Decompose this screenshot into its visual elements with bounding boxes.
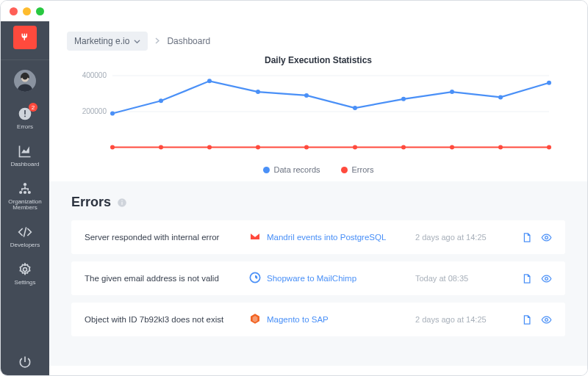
svg-point-15 [159,98,163,103]
error-source-label: Mandril events into PostgreSQL [267,233,386,242]
svg-point-20 [401,97,406,101]
project-selector[interactable]: Marketing e.io [67,32,148,51]
project-name: Marketing e.io [74,36,129,46]
breadcrumb-separator [155,36,159,46]
error-message: The given email address is not valid [85,274,239,283]
chevron-right-icon [155,37,159,44]
sidebar-item-power[interactable] [1,347,49,375]
document-icon[interactable] [521,273,532,284]
error-row[interactable]: The given email address is not valid Sho… [71,261,565,295]
app-window: 2 Errors Dashboard Organization Members [0,0,588,376]
sidebar-item-label: Errors [17,124,33,131]
svg-rect-4 [24,116,26,118]
svg-point-18 [304,93,309,98]
breadcrumb-bar: Marketing e.io Dashboard [49,21,587,55]
svg-text:200000: 200000 [82,107,107,115]
error-source[interactable]: Shopware to MailChimp [249,272,405,285]
svg-point-27 [256,145,260,150]
sidebar: 2 Errors Dashboard Organization Members [1,21,49,375]
error-source[interactable]: Magento to SAP [249,313,405,326]
svg-point-29 [353,145,357,150]
svg-point-6 [19,191,22,194]
errors-section: Errors Server responded with internal er… [49,181,587,366]
svg-point-26 [207,145,212,150]
brand-logo[interactable] [13,26,37,49]
document-icon[interactable] [521,232,532,243]
error-source[interactable]: Mandril events into PostgreSQL [249,231,405,244]
sidebar-item-label: Developers [10,242,40,249]
sidebar-item-dashboard[interactable]: Dashboard [1,137,49,174]
svg-point-8 [28,191,31,194]
svg-point-22 [498,95,503,99]
svg-point-14 [110,111,115,115]
svg-point-31 [450,145,454,150]
svg-rect-3 [24,110,26,115]
errors-heading: Errors [71,195,111,210]
legend-item-data-records: Data records [263,165,320,174]
sidebar-item-errors[interactable]: 2 Errors [1,99,49,137]
app-body: 2 Errors Dashboard Organization Members [1,21,587,375]
error-timestamp: 2 days ago at 14:25 [415,315,511,324]
document-icon[interactable] [521,314,532,325]
svg-point-16 [207,79,212,83]
sidebar-item-label: Settings [15,280,36,286]
breadcrumb-current: Dashboard [167,36,210,46]
legend-item-errors: Errors [341,165,374,174]
svg-point-25 [159,145,163,150]
error-actions [521,314,552,325]
chart-legend: Data records Errors [71,165,565,174]
user-avatar[interactable] [14,70,36,92]
errors-header: Errors [71,195,565,210]
svg-rect-36 [121,200,122,200]
eye-icon[interactable] [541,232,552,243]
plug-cloud-icon [18,31,32,44]
chart-panel: Daily Execution Statistics 200000400000 … [49,55,587,181]
svg-point-33 [547,145,551,150]
line-chart: 200000400000 [71,70,556,158]
error-timestamp: Today at 08:35 [415,274,511,283]
svg-point-19 [353,106,357,110]
error-actions [521,232,552,243]
error-message: Server responded with internal error [85,233,239,242]
svg-point-32 [498,145,503,150]
shopware-icon [249,272,261,285]
chart-title: Daily Execution Statistics [71,55,565,65]
window-maximize-button[interactable] [36,7,44,15]
svg-point-24 [110,145,115,150]
svg-point-17 [256,90,260,94]
code-icon [18,225,32,239]
errors-badge: 2 [29,103,37,112]
main-content: Marketing e.io Dashboard Daily Execution… [49,21,587,375]
error-timestamp: 2 days ago at 14:25 [415,233,511,242]
chart-area-icon [18,144,32,159]
error-source-label: Shopware to MailChimp [267,274,356,283]
svg-point-9 [24,267,27,271]
error-row[interactable]: Object with ID 7b92kl3 does not exist Ma… [71,303,565,336]
eye-icon[interactable] [541,314,552,325]
sidebar-item-org-members[interactable]: Organization Members [1,174,49,218]
org-tree-icon [18,181,32,196]
magento-icon [249,313,261,326]
svg-point-23 [547,81,551,85]
chevron-down-icon [134,38,140,45]
svg-rect-35 [121,201,122,204]
sidebar-item-settings[interactable]: Settings [1,255,49,292]
svg-point-21 [450,90,454,94]
svg-point-40 [545,318,548,321]
error-source-label: Magento to SAP [267,315,329,324]
svg-point-30 [401,145,406,150]
eye-icon[interactable] [541,273,552,284]
window-titlebar [1,1,587,21]
window-minimize-button[interactable] [23,7,31,15]
error-row[interactable]: Server responded with internal error Man… [71,220,565,254]
error-actions [521,273,552,284]
svg-text:400000: 400000 [82,71,107,79]
svg-point-5 [24,183,26,186]
window-close-button[interactable] [10,7,18,15]
svg-point-39 [545,277,548,280]
error-message: Object with ID 7b92kl3 does not exist [85,315,239,324]
svg-point-28 [304,145,309,150]
mandrill-icon [249,231,261,244]
sidebar-item-label: Organization Members [1,199,49,212]
sidebar-item-developers[interactable]: Developers [1,217,49,255]
